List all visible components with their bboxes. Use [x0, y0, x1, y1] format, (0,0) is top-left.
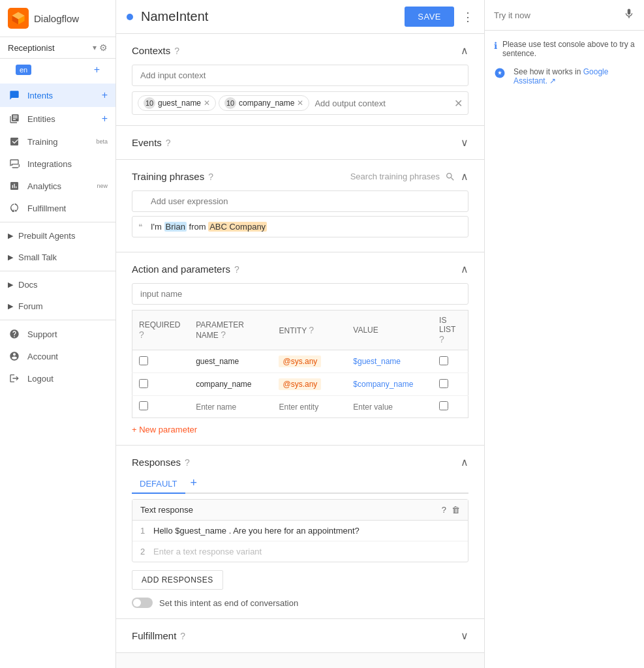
nav-divider — [0, 222, 115, 222]
text-response-delete-icon[interactable]: 🗑 — [452, 505, 460, 515]
sidebar-item-docs[interactable]: ▶ Docs — [0, 274, 115, 296]
text-response-help-icon[interactable]: ? — [442, 505, 446, 515]
training-phrases-help-icon[interactable]: ? — [208, 172, 213, 182]
add-phrase-input[interactable] — [132, 190, 468, 212]
sidebar-item-entities[interactable]: Entities + — [0, 107, 115, 130]
context-name-company: company_name — [239, 99, 294, 108]
sidebar-item-fulfillment[interactable]: Fulfillment — [0, 197, 115, 219]
more-options-icon[interactable]: ⋮ — [462, 10, 474, 24]
param-name-help-icon[interactable]: ? — [221, 329, 226, 340]
clear-contexts-button[interactable]: ✕ — [454, 97, 463, 110]
sidebar-item-logout[interactable]: Logout — [0, 367, 115, 389]
prebuilt-label: Prebuilt Agents — [18, 231, 75, 241]
param-guest-value: $guest_name — [346, 350, 433, 373]
sidebar-item-prebuilt[interactable]: ▶ Prebuilt Agents — [0, 225, 115, 247]
contexts-toggle-icon[interactable]: ∧ — [461, 44, 468, 57]
sidebar-nav: Intents + Entities + Training beta Integ… — [0, 84, 115, 389]
param-company-required-checkbox[interactable] — [139, 379, 148, 388]
sidebar-item-integrations[interactable]: Integrations — [0, 153, 115, 175]
agent-settings-icon[interactable]: ⚙ — [99, 42, 108, 53]
sidebar-item-support[interactable]: Support — [0, 323, 115, 345]
sidebar-item-account[interactable]: Account — [0, 345, 115, 367]
search-phrases-area[interactable]: Search training phrases ∧ — [350, 170, 468, 183]
response-row-2: 2 Enter a text response variant — [132, 541, 468, 562]
required-help-icon[interactable]: ? — [139, 329, 144, 340]
remove-context-company-button[interactable]: ✕ — [297, 99, 303, 108]
param-company-value-link[interactable]: $company_name — [353, 380, 413, 389]
add-responses-button[interactable]: ADD RESPONSES — [132, 570, 223, 590]
responses-toggle-icon[interactable]: ∧ — [461, 456, 468, 468]
phrase-highlight-1[interactable]: I'm Brian from ABC Company — [132, 216, 468, 237]
new-parameter-button[interactable]: + New parameter — [132, 425, 197, 434]
response-tab-default[interactable]: DEFAULT — [132, 475, 185, 494]
remove-context-guest-button[interactable]: ✕ — [204, 99, 210, 108]
language-badge[interactable]: en — [16, 65, 31, 75]
sidebar-item-analytics[interactable]: Analytics new — [0, 175, 115, 197]
end-conversation-toggle[interactable] — [132, 598, 153, 608]
response-text-2-placeholder[interactable]: Enter a text response variant — [153, 547, 460, 556]
param-company-islist-checkbox[interactable] — [439, 379, 448, 388]
mic-icon[interactable] — [623, 8, 635, 22]
account-icon — [8, 351, 21, 361]
forum-label: Forum — [18, 301, 43, 311]
fulfillment-toggle-icon[interactable]: ∨ — [461, 630, 468, 642]
save-button[interactable]: SAVE — [405, 7, 454, 27]
add-intent-button[interactable]: + — [102, 89, 108, 101]
events-toggle-icon[interactable]: ∨ — [461, 136, 468, 149]
fulfillment-header[interactable]: Fulfillment ? ∨ — [132, 630, 468, 642]
action-name-input[interactable] — [132, 283, 468, 305]
add-language-button[interactable]: + — [86, 61, 108, 78]
try-it-now-input[interactable] — [494, 10, 623, 20]
training-phrases-toggle-icon[interactable]: ∧ — [461, 170, 468, 183]
logo-area: Dialogflow — [0, 0, 115, 37]
param-guest-required-checkbox[interactable] — [139, 356, 148, 365]
entity-help-icon[interactable]: ? — [309, 325, 314, 335]
end-conversation-row: Set this intent as end of conversation — [132, 598, 468, 608]
sidebar-item-forum[interactable]: ▶ Forum — [0, 296, 115, 317]
search-icon[interactable] — [445, 172, 455, 182]
action-params-help-icon[interactable]: ? — [234, 264, 239, 275]
responses-title: Responses ? — [132, 457, 190, 468]
fulfillment-help-icon[interactable]: ? — [180, 631, 185, 641]
param-new-name-input[interactable] — [196, 402, 266, 412]
input-context-field[interactable] — [132, 65, 468, 86]
training-icon — [8, 136, 21, 147]
main-content: NameIntent SAVE ⋮ Contexts ? ∧ 10 guest_… — [116, 0, 484, 668]
training-phrases-header[interactable]: Training phrases ? Search training phras… — [132, 170, 468, 183]
sidebar-item-support-label: Support — [27, 329, 108, 339]
action-params-toggle-icon[interactable]: ∧ — [461, 263, 468, 275]
param-new-value-input[interactable] — [353, 402, 426, 412]
events-header[interactable]: Events ? ∨ — [132, 136, 468, 149]
agent-selector[interactable]: Receptionist ▾ ⚙ — [0, 37, 115, 59]
expand-prebuilt-icon: ▶ — [8, 232, 13, 240]
param-row-guest: guest_name @sys.any $guest_name — [132, 350, 468, 373]
add-response-tab-button[interactable]: + — [188, 476, 200, 490]
param-new-required-checkbox[interactable] — [139, 401, 148, 410]
sidebar-item-smalltalk[interactable]: ▶ Small Talk — [0, 247, 115, 268]
sidebar-item-training[interactable]: Training beta — [0, 130, 115, 153]
action-parameters-header[interactable]: Action and parameters ? ∧ — [132, 263, 468, 275]
agent-dropdown-icon[interactable]: ▾ — [93, 43, 97, 52]
param-new-entity-input[interactable] — [279, 402, 340, 412]
add-entity-button[interactable]: + — [102, 113, 108, 125]
responses-header[interactable]: Responses ? ∧ — [132, 456, 468, 468]
response-text-1[interactable]: Hello $guest_name . Are you here for an … — [153, 526, 460, 536]
param-guest-value-link[interactable]: $guest_name — [353, 357, 401, 366]
output-context-field[interactable] — [312, 97, 449, 110]
support-icon — [8, 329, 21, 339]
events-help-icon[interactable]: ? — [166, 138, 171, 148]
is-list-help-icon[interactable]: ? — [439, 334, 444, 344]
param-guest-islist-checkbox[interactable] — [439, 356, 448, 365]
contexts-header[interactable]: Contexts ? ∧ — [132, 44, 468, 57]
text-response-header: Text response ? 🗑 — [132, 500, 468, 521]
phrase-text-im: I'm — [151, 222, 164, 232]
google-assistant-text: See how it works in Google Assistant. ↗ — [514, 67, 635, 85]
agent-name: Receptionist — [8, 43, 90, 53]
contexts-help-icon[interactable]: ? — [174, 46, 179, 56]
sidebar-item-intents[interactable]: Intents + — [0, 84, 115, 107]
sidebar-item-training-label: Training — [27, 137, 96, 147]
text-response-label: Text response — [140, 505, 193, 515]
param-company-entity: @sys.any — [272, 373, 346, 396]
responses-help-icon[interactable]: ? — [185, 457, 190, 468]
param-new-islist-checkbox[interactable] — [439, 401, 448, 410]
